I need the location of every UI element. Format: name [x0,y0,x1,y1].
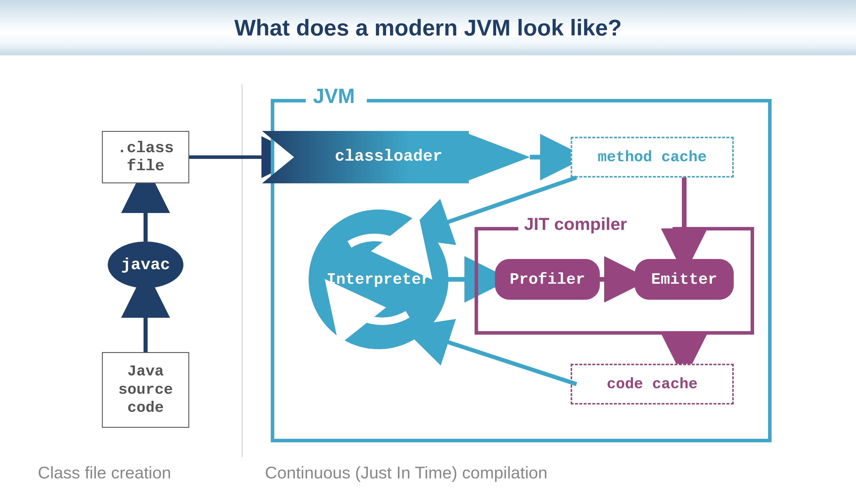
emitter-node: Emitter [635,259,734,300]
right-caption: Continuous (Just In Time) compilation [265,463,547,482]
profiler-node: Profiler [495,259,600,300]
left-caption: Class file creation [38,463,171,482]
java-source-box: Java source code [102,352,189,428]
interpreter-label: Interpreter [327,271,430,288]
jit-compiler-label: JIT compiler [524,214,627,234]
class-file-label: .class file [117,139,174,175]
emitter-label: Emitter [651,271,717,288]
vertical-divider [242,84,243,457]
arrow-javac-to-classfile [140,183,152,241]
jvm-border-segment [271,99,306,103]
jvm-border-segment [367,99,772,103]
java-source-label: Java source code [118,363,173,417]
profiler-label: Profiler [509,271,585,288]
arrow-classloader-to-methodcache [530,151,571,163]
method-cache-box: method cache [571,137,734,178]
classloader-label: classloader [335,147,442,166]
javac-node: javac [108,241,184,288]
code-cache-box: code cache [571,364,734,404]
arrow-source-to-javac [140,288,152,352]
class-file-box: .class file [102,131,189,183]
javac-label: javac [121,255,170,274]
jvm-label: JVM [313,84,355,108]
arrow-codecache-to-interpreter [419,329,582,387]
diagram-canvas: Java source code javac .class file Class… [0,55,856,504]
title-bar: What does a modern JVM look like? [0,0,856,55]
code-cache-label: code cache [607,376,698,393]
interpreter-node: Interpreter [309,210,448,349]
method-cache-label: method cache [598,149,706,166]
svg-line-9 [425,335,576,384]
arrow-profiler-to-emitter [600,273,635,285]
jit-border-segment [475,227,518,231]
page-title: What does a modern JVM look like? [234,15,622,41]
arrow-methodcache-to-jit [678,178,690,259]
arrow-emitter-to-codecache [678,335,690,364]
